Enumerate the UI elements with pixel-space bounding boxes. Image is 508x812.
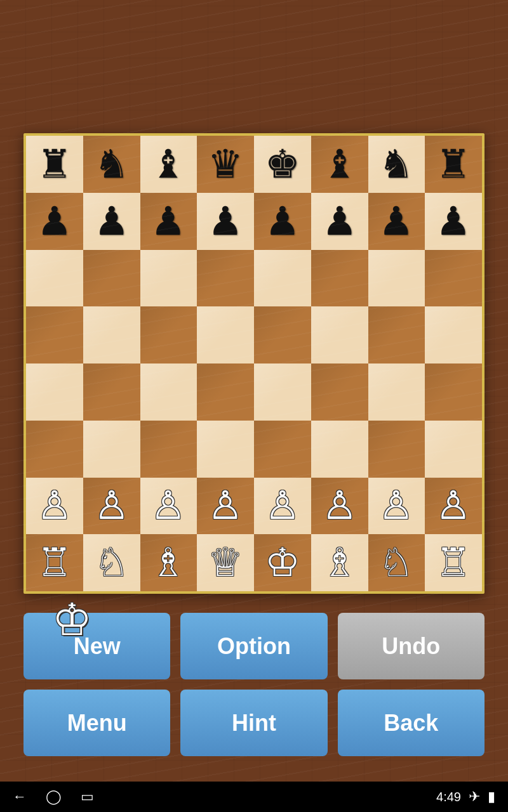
cell-7-1[interactable]: ♘ [83, 534, 140, 591]
cell-1-5[interactable]: ♟ [311, 193, 368, 250]
cell-4-4[interactable] [254, 363, 311, 421]
piece-wr-7-7: ♖ [436, 543, 471, 582]
cell-4-1[interactable] [83, 363, 140, 421]
piece-bp-1-7: ♟ [436, 202, 471, 241]
cell-3-4[interactable] [254, 306, 311, 363]
new-button[interactable]: New [23, 613, 170, 679]
cell-0-6[interactable]: ♞ [368, 136, 425, 193]
piece-wk-7-4: ♔ [265, 543, 300, 582]
piece-wp-6-2: ♙ [150, 486, 186, 525]
piece-bp-1-5: ♟ [322, 202, 358, 241]
cell-0-2[interactable]: ♝ [140, 136, 197, 193]
cell-7-3[interactable]: ♕ [197, 534, 254, 591]
cell-5-6[interactable] [368, 421, 425, 478]
cell-7-4[interactable]: ♔ [254, 534, 311, 591]
hint-button[interactable]: Hint [180, 690, 327, 756]
cell-4-0[interactable] [26, 363, 83, 421]
cell-1-4[interactable]: ♟ [254, 193, 311, 250]
cell-5-5[interactable] [311, 421, 368, 478]
cell-6-2[interactable]: ♙ [140, 478, 197, 535]
piece-wp-6-3: ♙ [208, 486, 243, 525]
cell-1-1[interactable]: ♟ [83, 193, 140, 250]
cell-6-7[interactable]: ♙ [425, 478, 482, 535]
cell-0-5[interactable]: ♝ [311, 136, 368, 193]
cell-7-2[interactable]: ♗ [140, 534, 197, 591]
cell-4-6[interactable] [368, 363, 425, 421]
piece-wp-6-0: ♙ [37, 486, 72, 525]
piece-wp-6-7: ♙ [436, 486, 471, 525]
cell-0-7[interactable]: ♜ [425, 136, 482, 193]
cell-2-6[interactable] [368, 250, 425, 307]
cell-3-7[interactable] [425, 306, 482, 363]
cell-7-5[interactable]: ♗ [311, 534, 368, 591]
cell-2-7[interactable] [425, 250, 482, 307]
piece-wb-7-2: ♗ [150, 543, 186, 582]
cell-5-3[interactable] [197, 421, 254, 478]
piece-wn-7-1: ♘ [94, 543, 130, 582]
cell-6-5[interactable]: ♙ [311, 478, 368, 535]
piece-bn-0-1: ♞ [94, 145, 130, 184]
piece-wq-7-3: ♕ [208, 543, 243, 582]
cell-5-4[interactable] [254, 421, 311, 478]
piece-bb-0-5: ♝ [322, 145, 358, 184]
cell-0-0[interactable]: ♜ [26, 136, 83, 193]
cell-3-2[interactable] [140, 306, 197, 363]
cell-2-3[interactable] [197, 250, 254, 307]
cell-1-0[interactable]: ♟ [26, 193, 83, 250]
piece-br-0-7: ♜ [436, 145, 471, 184]
buttons-area: New Option Undo Menu Hint Back [23, 613, 485, 756]
cell-6-0[interactable]: ♙ [26, 478, 83, 535]
piece-bp-1-2: ♟ [150, 202, 186, 241]
cell-2-5[interactable] [311, 250, 368, 307]
piece-wp-6-6: ♙ [378, 486, 414, 525]
piece-bp-1-0: ♟ [37, 202, 72, 241]
cell-6-1[interactable]: ♙ [83, 478, 140, 535]
piece-bp-1-3: ♟ [208, 202, 243, 241]
cell-0-1[interactable]: ♞ [83, 136, 140, 193]
cell-1-6[interactable]: ♟ [368, 193, 425, 250]
cell-1-3[interactable]: ♟ [197, 193, 254, 250]
back-nav-icon[interactable]: ← [13, 789, 27, 805]
cell-0-4[interactable]: ♚ [254, 136, 311, 193]
cell-1-7[interactable]: ♟ [425, 193, 482, 250]
cell-3-5[interactable] [311, 306, 368, 363]
chess-board[interactable]: ♜♞♝♛♚♝♞♜♟♟♟♟♟♟♟♟♙♙♙♙♙♙♙♙♖♘♗♕♔♗♘♖ [23, 133, 485, 594]
piece-wp-6-5: ♙ [322, 486, 358, 525]
cell-2-1[interactable] [83, 250, 140, 307]
cell-4-7[interactable] [425, 363, 482, 421]
piece-br-0-0: ♜ [37, 145, 72, 184]
plane-icon: ✈ [469, 789, 480, 805]
cell-7-0[interactable]: ♖ [26, 534, 83, 591]
cell-1-2[interactable]: ♟ [140, 193, 197, 250]
cell-7-7[interactable]: ♖ [425, 534, 482, 591]
cell-4-2[interactable] [140, 363, 197, 421]
status-bar: ← ◯ ▭ 4:49 ✈ ▮ [0, 782, 508, 812]
piece-bp-1-6: ♟ [378, 202, 414, 241]
option-button[interactable]: Option [180, 613, 327, 679]
cell-5-7[interactable] [425, 421, 482, 478]
cell-7-6[interactable]: ♘ [368, 534, 425, 591]
cell-5-2[interactable] [140, 421, 197, 478]
cell-3-0[interactable] [26, 306, 83, 363]
cell-6-4[interactable]: ♙ [254, 478, 311, 535]
cell-5-1[interactable] [83, 421, 140, 478]
cell-2-4[interactable] [254, 250, 311, 307]
cell-4-3[interactable] [197, 363, 254, 421]
cell-6-3[interactable]: ♙ [197, 478, 254, 535]
battery-icon: ▮ [488, 789, 495, 805]
undo-button[interactable]: Undo [338, 613, 485, 679]
cell-5-0[interactable] [26, 421, 83, 478]
cell-3-6[interactable] [368, 306, 425, 363]
cell-3-3[interactable] [197, 306, 254, 363]
piece-wp-6-1: ♙ [94, 486, 130, 525]
cell-3-1[interactable] [83, 306, 140, 363]
cell-6-6[interactable]: ♙ [368, 478, 425, 535]
cell-2-0[interactable] [26, 250, 83, 307]
cell-0-3[interactable]: ♛ [197, 136, 254, 193]
home-icon[interactable]: ◯ [46, 789, 62, 805]
menu-button[interactable]: Menu [23, 690, 170, 756]
cell-2-2[interactable] [140, 250, 197, 307]
recents-icon[interactable]: ▭ [81, 789, 94, 805]
cell-4-5[interactable] [311, 363, 368, 421]
back-button[interactable]: Back [338, 690, 485, 756]
